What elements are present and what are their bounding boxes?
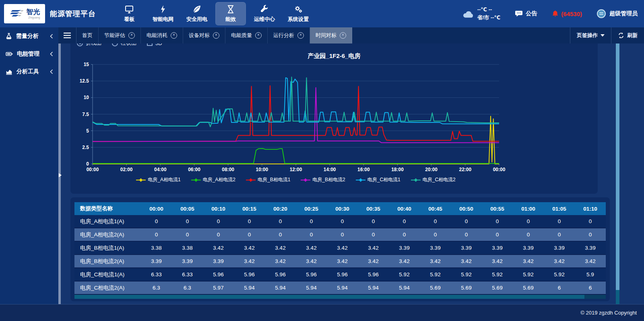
tab-time-benchmark[interactable]: 时间对标 × [310, 27, 352, 43]
table-cell: 3.39 [575, 241, 606, 255]
chevron-left-icon [50, 52, 53, 56]
table-cell: 5.96 [327, 268, 358, 281]
table-cell: 5.96 [296, 268, 327, 281]
table-cell: 3.39 [420, 241, 451, 255]
sidebar-collapse-strip[interactable] [58, 43, 61, 304]
bell-icon [551, 10, 559, 18]
table-header-cell: 00:30 [327, 202, 358, 215]
tab-operation-analysis[interactable]: 运行分析 × [268, 27, 310, 43]
leaf-icon [192, 4, 202, 14]
svg-text:02:00: 02:00 [120, 167, 133, 172]
table-cell: 0 [296, 228, 327, 241]
table-cell: 3.42 [513, 255, 544, 268]
sidebar-item-demand-analysis[interactable]: 需量分析 [0, 27, 58, 45]
hamburger-menu-icon[interactable] [58, 27, 76, 43]
radio-icon [112, 43, 118, 46]
app-root: 智光 Zhiguang 能源管理平台 看板 智能电网 [0, 0, 644, 321]
announcement-button[interactable]: 公告 [515, 10, 537, 17]
table-cell: 0 [141, 228, 172, 241]
refresh-button[interactable]: 刷新 [611, 27, 644, 43]
tab-power-consumption[interactable]: 电能消耗 × [141, 27, 183, 43]
cloud-icon [462, 9, 475, 19]
table-cell: 3.42 [358, 241, 389, 255]
table-cell: 0 [451, 215, 482, 228]
wrench-icon [260, 4, 269, 14]
table-cell: 3.42 [265, 241, 296, 255]
tabbar: 首页 节能评估 × 电能消耗 × 设备对标 × 电能质量 × 运行分析 × 时间… [58, 27, 644, 43]
nav-item-system-settings[interactable]: 系统设置 [283, 2, 313, 25]
table-header-cell: 00:00 [141, 202, 172, 215]
table-cell: 3.42 [482, 255, 513, 268]
legend-item[interactable]: 电房_B相电流1 [246, 176, 290, 183]
chevron-left-icon [50, 34, 53, 39]
table-cell: 3.39 [389, 241, 420, 255]
svg-text:12:00: 12:00 [290, 167, 302, 172]
table-cell: 0 [234, 228, 265, 241]
table-header-cell: 数据类型名称 [74, 202, 141, 215]
table-cell: 5.69 [420, 281, 451, 294]
table-cell: 5.92 [451, 268, 482, 281]
collapse-arrow-icon[interactable] [59, 173, 62, 177]
horizontal-scrollbar-thumb[interactable] [74, 295, 584, 299]
table-cell: 6.3 [172, 281, 203, 294]
nav-item-dashboard[interactable]: 看板 [114, 2, 144, 25]
table-header-cell: 00:35 [358, 202, 389, 215]
table-cell: 3.39 [482, 241, 513, 255]
tab-power-quality[interactable]: 电能质量 × [225, 27, 268, 43]
nav-item-energy-efficiency[interactable]: 能效 [216, 2, 246, 25]
alerts-button[interactable]: (64530) [551, 10, 582, 18]
table-cell: 6.33 [141, 268, 172, 281]
vertical-scrollbar[interactable] [616, 43, 619, 304]
sidebar-item-power-management[interactable]: 电能管理 [0, 45, 58, 63]
table-row: 电房_B相电流1(A)3.383.383.423.423.423.423.423… [74, 241, 606, 255]
table-header-cell: 00:50 [451, 202, 482, 215]
svg-text:08:00: 08:00 [222, 167, 234, 172]
sidebar-item-analysis-tools[interactable]: 分析工具 [0, 63, 58, 81]
radio-line-chart[interactable]: 折线图 [77, 43, 101, 47]
table-row: 电房_A相电流2(A)000000000000000 [74, 228, 606, 241]
legend-item[interactable]: 电房_C相电流2 [411, 176, 456, 183]
table-cell: 0 [420, 215, 451, 228]
close-icon[interactable]: × [128, 32, 135, 39]
table-header-cell: 01:05 [544, 202, 575, 215]
nav-item-ops-center[interactable]: 运维中心 [250, 2, 279, 25]
legend-item[interactable]: 电房_A相电流2 [191, 176, 235, 183]
svg-text:7.5: 7.5 [82, 112, 89, 117]
legend-item[interactable]: 电房_C相电流1 [356, 176, 400, 183]
row-label: 电房_C相电流2(A) [74, 281, 141, 294]
legend-item[interactable]: 电房_B相电流2 [301, 176, 345, 183]
nav-item-smart-grid[interactable]: 智能电网 [148, 2, 178, 25]
row-label: 电房_B相电流1(A) [74, 241, 141, 255]
close-icon[interactable]: × [297, 32, 304, 39]
user-menu[interactable]: 超级管理员 [597, 9, 638, 19]
avatar [597, 9, 606, 19]
tab-energy-saving-eval[interactable]: 节能评估 × [99, 27, 141, 43]
table-cell: 5.94 [358, 281, 389, 294]
close-icon[interactable]: × [340, 32, 346, 39]
close-icon[interactable]: × [255, 32, 262, 39]
tab-device-benchmark[interactable]: 设备对标 × [183, 27, 225, 43]
weather-temp: --℃ -- [477, 6, 501, 14]
tab-operations-dropdown[interactable]: 页签操作 [570, 27, 611, 43]
close-icon[interactable]: × [171, 32, 177, 39]
horizontal-scrollbar[interactable] [74, 295, 606, 299]
table-cell: 3.39 [203, 255, 234, 268]
table-cell: 3.42 [358, 255, 389, 268]
company-logo: 智光 Zhiguang [4, 4, 45, 23]
legend-item[interactable]: 电房_A相电流1 [136, 176, 180, 183]
table-cell: 5.94 [265, 281, 296, 294]
table-cell: 5.92 [389, 268, 420, 281]
close-icon[interactable]: × [213, 32, 219, 39]
checkbox-3d[interactable]: 3D [147, 43, 162, 46]
svg-text:2.5: 2.5 [82, 145, 89, 150]
radio-bar-chart[interactable]: 柱状图 [112, 43, 136, 47]
table-cell: 3.42 [296, 255, 327, 268]
tab-home[interactable]: 首页 [76, 27, 99, 43]
vertical-scrollbar-thumb[interactable] [616, 43, 619, 290]
svg-text:10: 10 [84, 95, 89, 100]
brand-subtitle: Zhiguang [27, 16, 40, 19]
legend-label: 电房_A相电流2 [203, 176, 235, 183]
nav-item-safe-power[interactable]: 安全用电 [182, 2, 212, 25]
table-header-row: 数据类型名称00:0000:0500:1000:1500:2000:2500:3… [74, 202, 606, 215]
table-row: 电房_B相电流2(A)3.393.393.393.423.423.423.423… [74, 255, 606, 268]
